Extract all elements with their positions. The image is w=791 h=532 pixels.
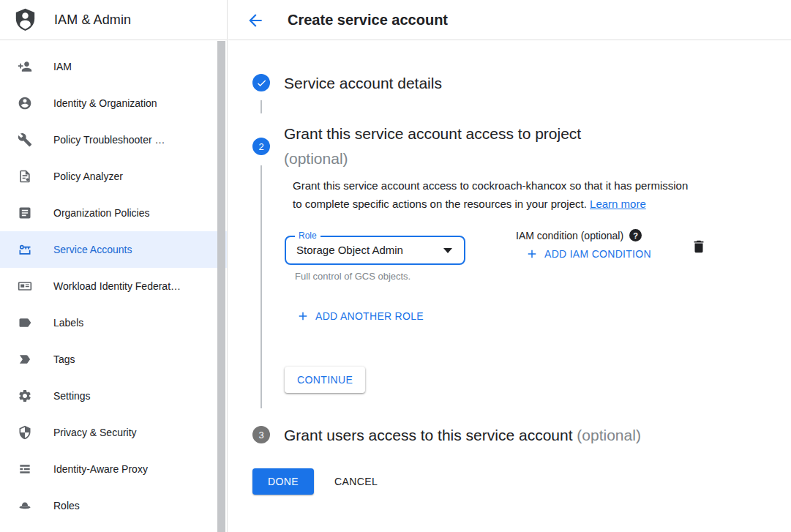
sidebar: IAM & Admin IAMIdentity & OrganizationPo… — [0, 0, 228, 532]
sidebar-scrollbar[interactable] — [217, 41, 225, 532]
step3-title-text: Grant users access to this service accou… — [284, 427, 573, 443]
step3-optional-label: (optional) — [577, 427, 641, 443]
sidebar-item-privacy-security[interactable]: Privacy & Security — [0, 414, 227, 451]
step1-title: Service account details — [284, 71, 442, 96]
role-helper-text: Full control of GCS objects. — [295, 271, 411, 282]
sidebar-item-label: Identity-Aware Proxy — [53, 463, 148, 475]
sidebar-header: IAM & Admin — [0, 0, 227, 40]
done-button[interactable]: DONE — [252, 468, 314, 495]
delete-role-trash-icon[interactable] — [690, 239, 708, 256]
sidebar-item-policy-analyzer[interactable]: Policy Analyzer — [0, 158, 227, 195]
main-panel: Create service account Service account d… — [228, 0, 791, 532]
sidebar-item-label: Settings — [53, 390, 91, 402]
sidebar-item-label: Privacy & Security — [53, 427, 137, 438]
person-add-icon — [18, 59, 32, 74]
sidebar-item-identity-aware-proxy[interactable]: Identity-Aware Proxy — [0, 451, 227, 487]
step3-number-badge: 3 — [252, 426, 270, 443]
step2-title: Grant this service account access to pro… — [284, 121, 581, 171]
page-title: Create service account — [288, 0, 448, 40]
service-account-key-icon — [18, 242, 32, 257]
continue-button[interactable]: CONTINUE — [285, 367, 365, 393]
add-another-role-button[interactable]: ADD ANOTHER ROLE — [296, 310, 424, 323]
step-connector — [260, 165, 262, 408]
step2-optional-label: (optional) — [284, 150, 348, 167]
step3-title: Grant users access to this service accou… — [284, 423, 641, 448]
sidebar-item-workload-identity-federation[interactable]: Workload Identity Federat… — [0, 268, 227, 304]
add-another-role-label: ADD ANOTHER ROLE — [315, 310, 424, 322]
sidebar-item-label: Labels — [53, 317, 83, 329]
add-iam-condition-label: ADD IAM CONDITION — [544, 248, 651, 260]
sidebar-item-settings[interactable]: Settings — [0, 378, 227, 414]
sidebar-item-tags[interactable]: Tags — [0, 341, 227, 378]
iam-condition-header: IAM condition (optional) ? — [516, 229, 642, 241]
article-icon — [18, 206, 32, 220]
sidebar-item-label: Workload Identity Federat… — [53, 280, 181, 292]
gear-icon — [18, 389, 32, 403]
step1-complete-check-icon — [252, 74, 270, 91]
sidebar-item-identity-organization[interactable]: Identity & Organization — [0, 85, 227, 121]
plus-icon — [525, 247, 539, 261]
role-selected-value: Storage Object Admin — [296, 237, 403, 263]
step-connector — [260, 100, 262, 113]
shield-half-icon — [18, 425, 32, 440]
sidebar-item-organization-policies[interactable]: Organization Policies — [0, 195, 227, 231]
sidebar-item-label: Policy Analyzer — [53, 171, 123, 182]
sidebar-item-label: Service Accounts — [53, 244, 132, 255]
sidebar-item-label: Policy Troubleshooter … — [53, 134, 165, 146]
step3-number: 3 — [258, 430, 263, 441]
step2-title-text: Grant this service account access to pro… — [284, 125, 581, 142]
description-line2: to complete specific actions on the reso… — [293, 198, 587, 210]
label-important-icon — [18, 352, 32, 367]
sidebar-item-label: Roles — [53, 500, 80, 512]
help-icon[interactable]: ? — [629, 229, 642, 241]
sidebar-item-label: Tags — [53, 353, 75, 365]
sidebar-item-label: IAM — [53, 61, 72, 72]
learn-more-link[interactable]: Learn more — [590, 198, 646, 210]
dropdown-caret-icon — [443, 248, 452, 253]
sidebar-item-policy-troubleshooter[interactable]: Policy Troubleshooter … — [0, 121, 227, 158]
sidebar-item-iam[interactable]: IAM — [0, 48, 227, 85]
app-title: IAM & Admin — [54, 12, 131, 28]
cancel-button[interactable]: CANCEL — [326, 468, 386, 495]
hat-icon — [18, 498, 32, 513]
iap-stripes-icon — [18, 462, 32, 476]
description-line1: Grant this service account access to coc… — [293, 179, 688, 192]
step2-description: Grant this service account access to coc… — [293, 176, 732, 213]
sidebar-item-label: Identity & Organization — [53, 97, 157, 109]
iam-admin-shield-icon — [15, 8, 36, 32]
sidebar-item-label: Organization Policies — [53, 207, 150, 219]
back-arrow-icon[interactable] — [246, 11, 265, 30]
sidebar-item-labels[interactable]: Labels — [0, 304, 227, 341]
label-icon — [18, 315, 32, 330]
card-icon — [18, 279, 32, 293]
policy-doc-icon — [18, 169, 32, 184]
sidebar-item-service-accounts[interactable]: Service Accounts — [0, 231, 227, 268]
step2-number: 2 — [258, 141, 263, 152]
role-select[interactable]: Role Storage Object Admin — [285, 236, 465, 265]
iam-admin-app: IAM & Admin IAMIdentity & OrganizationPo… — [0, 0, 791, 532]
main-header: Create service account — [228, 0, 791, 40]
add-iam-condition-button[interactable]: ADD IAM CONDITION — [525, 247, 651, 261]
account-circle-icon — [18, 96, 32, 110]
sidebar-item-roles[interactable]: Roles — [0, 487, 227, 524]
sidebar-nav: IAMIdentity & OrganizationPolicy Trouble… — [0, 40, 227, 524]
iam-condition-label: IAM condition (optional) — [516, 230, 623, 241]
wrench-icon — [18, 132, 32, 147]
plus-icon — [296, 310, 310, 323]
step2-number-badge: 2 — [252, 138, 270, 155]
